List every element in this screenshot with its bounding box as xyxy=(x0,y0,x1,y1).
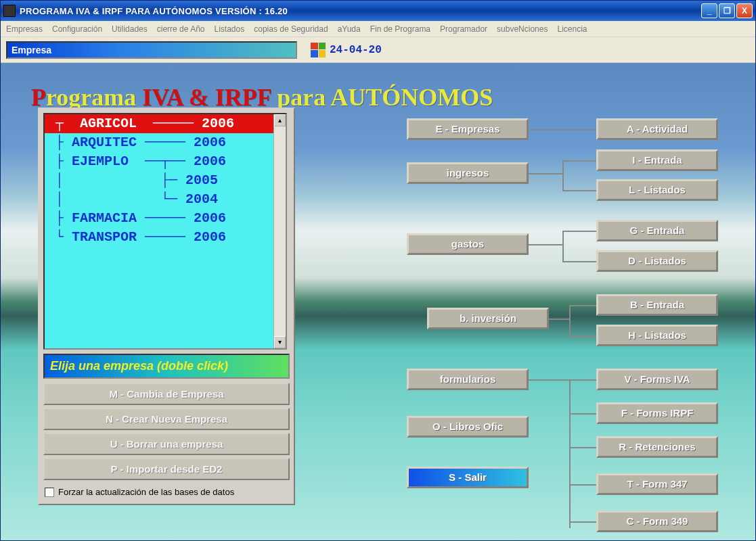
toolbar: Empresa 24-04-20 xyxy=(1,37,755,63)
app-icon xyxy=(3,5,16,17)
force-update-row: Forzar la actualización de las bases de … xyxy=(39,483,294,504)
menu-copias[interactable]: copias de Seguridad xyxy=(254,24,328,34)
scroll-down-button[interactable]: ▾ xyxy=(274,336,286,348)
list-item[interactable]: ├ FARMACIA ───── 2006 xyxy=(45,209,286,228)
ingresos-button[interactable]: ingresos xyxy=(407,162,529,184)
salir-button[interactable]: S - Salir xyxy=(407,467,529,488)
libros-button[interactable]: O - Libros Ofic xyxy=(407,416,529,438)
minimize-button[interactable]: _ xyxy=(701,3,717,18)
scroll-up-button[interactable]: ▴ xyxy=(274,114,286,126)
empresas-button[interactable]: E - Empresas xyxy=(407,118,529,140)
i-entrada-button[interactable]: I - Entrada xyxy=(596,149,718,171)
c-form349-button[interactable]: C - Form 349 xyxy=(596,511,718,532)
l-listados-button[interactable]: L - Listados xyxy=(596,179,718,201)
instruction-label: Elija una empresa (doble click) xyxy=(43,354,290,379)
list-item[interactable]: │ ├─ 2005 xyxy=(45,171,286,190)
window-title: PROGRAMA IVA & IRPF PARA AUTÓNOMOS VERSI… xyxy=(20,6,701,16)
binversion-button[interactable]: b. inversión xyxy=(427,308,549,329)
menu-fin[interactable]: Fin de Programa xyxy=(370,24,430,34)
empresa-field[interactable]: Empresa xyxy=(6,41,297,59)
menu-empresas[interactable]: Empresas xyxy=(6,24,43,34)
importar-button[interactable]: P - Importar desde ED2 xyxy=(43,458,290,480)
menu-ayuda[interactable]: aYuda xyxy=(338,24,361,34)
list-item[interactable]: │ └─ 2004 xyxy=(45,190,286,209)
main-menu-area: E - Empresas A - Actividad ingresos I - … xyxy=(386,118,742,524)
r-retenciones-button[interactable]: R - Retenciones xyxy=(596,436,718,458)
app-window: PROGRAMA IVA & IRPF PARA AUTÓNOMOS VERSI… xyxy=(0,0,756,541)
list-item[interactable]: ├ EJEMPLO ──┬── 2006 xyxy=(45,152,286,171)
menu-configuracion[interactable]: Configuración xyxy=(52,24,102,34)
titlebar: PROGRAMA IVA & IRPF PARA AUTÓNOMOS VERSI… xyxy=(1,1,755,21)
force-update-label: Forzar la actualización de las bases de … xyxy=(58,487,234,497)
menu-licencia[interactable]: Licencia xyxy=(557,24,587,34)
h-listados-button[interactable]: H - Listados xyxy=(596,325,718,346)
crear-empresa-button[interactable]: N - Crear Nueva Empresa xyxy=(43,408,290,430)
menu-cierre[interactable]: cierre de Año xyxy=(157,24,205,34)
v-forms-iva-button[interactable]: V - Forms IVA xyxy=(596,369,718,390)
g-entrada-button[interactable]: G - Entrada xyxy=(596,220,718,241)
f-forms-irpf-button[interactable]: F - Forms IRPF xyxy=(596,402,718,424)
date-text: 24-04-20 xyxy=(330,44,382,56)
maximize-button[interactable]: ❐ xyxy=(719,3,735,18)
menu-listados[interactable]: Listados xyxy=(215,24,245,34)
menu-programador[interactable]: Programador xyxy=(440,24,487,34)
borrar-empresa-button[interactable]: U - Borrar una empresa xyxy=(43,433,290,455)
list-item[interactable]: ┬ AGRICOL ───── 2006 xyxy=(45,114,286,133)
force-update-checkbox[interactable] xyxy=(45,488,54,497)
windows-logo-icon xyxy=(311,43,326,57)
b-entrada-button[interactable]: B - Entrada xyxy=(596,294,718,316)
menu-subvenciones[interactable]: subveNciones xyxy=(497,24,548,34)
company-panel: ┬ AGRICOL ───── 2006 ├ ARQUITEC ───── 20… xyxy=(38,108,295,505)
content-area: Programa IVA & IRPF para AUTÓNOMOS ┬ AGR… xyxy=(1,63,755,540)
formularios-button[interactable]: formularios xyxy=(407,369,529,390)
t-form347-button[interactable]: T - Form 347 xyxy=(596,473,718,495)
actividad-button[interactable]: A - Actividad xyxy=(596,118,718,140)
date-area: 24-04-20 xyxy=(311,43,382,57)
close-button[interactable]: X xyxy=(736,3,753,18)
d-listados-button[interactable]: D - Listados xyxy=(596,250,718,272)
menubar: Empresas Configuración Utilidades cierre… xyxy=(1,21,755,37)
scrollbar[interactable]: ▴ ▾ xyxy=(273,114,286,348)
list-item[interactable]: ├ ARQUITEC ───── 2006 xyxy=(45,133,286,152)
company-listbox[interactable]: ┬ AGRICOL ───── 2006 ├ ARQUITEC ───── 20… xyxy=(43,113,287,350)
menu-utilidades[interactable]: Utilidades xyxy=(112,24,148,34)
gastos-button[interactable]: gastos xyxy=(407,233,529,255)
list-item[interactable]: └ TRANSPOR ───── 2006 xyxy=(45,228,286,247)
cambia-empresa-button[interactable]: M - Cambia de Empresa xyxy=(43,383,290,405)
